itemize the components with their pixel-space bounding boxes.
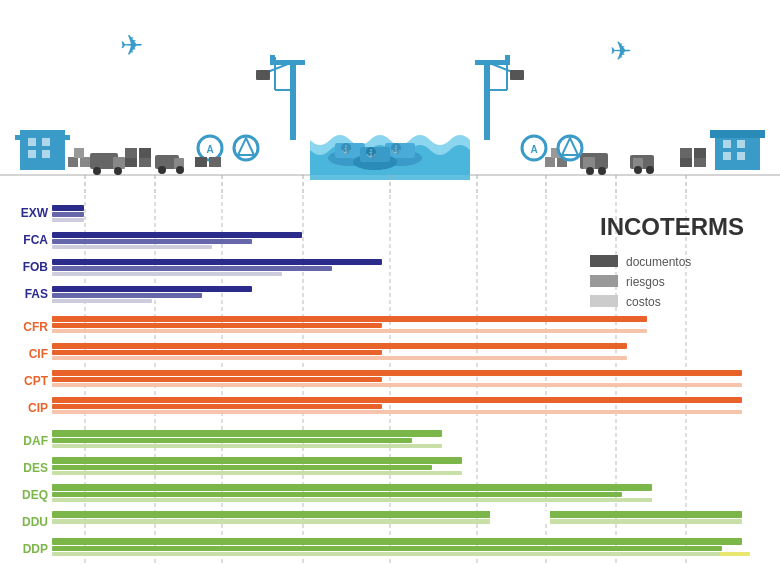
svg-rect-105 — [52, 232, 302, 238]
svg-rect-20 — [484, 60, 490, 140]
legend-costos: costos — [626, 295, 661, 309]
svg-point-49 — [158, 166, 166, 174]
svg-rect-142 — [52, 552, 742, 556]
legend-riesgos: riesgos — [626, 275, 665, 289]
main-container: ⚓ ⚓ ⚓ ✈ ✈ — [0, 0, 780, 565]
svg-rect-19 — [256, 70, 270, 80]
svg-point-59 — [586, 167, 594, 175]
svg-point-45 — [93, 167, 101, 175]
svg-rect-129 — [52, 457, 462, 464]
incoterms-chart: EXW FCA FOB FAS CFR CIF CPT — [0, 195, 780, 565]
svg-text:✈: ✈ — [120, 30, 143, 61]
svg-rect-74 — [139, 157, 151, 167]
svg-rect-140 — [52, 538, 742, 545]
svg-rect-104 — [52, 218, 84, 222]
svg-rect-78 — [209, 157, 221, 167]
svg-rect-126 — [52, 430, 442, 437]
label-ddu: DDU — [22, 515, 48, 529]
svg-rect-141 — [52, 546, 722, 551]
svg-point-64 — [646, 166, 654, 174]
svg-rect-40 — [737, 140, 745, 148]
svg-text:✈: ✈ — [610, 36, 632, 66]
svg-rect-38 — [710, 130, 765, 138]
svg-text:⚓: ⚓ — [366, 148, 376, 158]
svg-rect-52 — [68, 157, 78, 167]
svg-rect-121 — [52, 377, 382, 382]
svg-rect-113 — [52, 299, 152, 303]
svg-rect-128 — [52, 444, 442, 448]
svg-rect-111 — [52, 286, 252, 292]
legend-documentos: documentos — [626, 255, 691, 269]
svg-rect-132 — [52, 484, 652, 491]
svg-rect-123 — [52, 397, 742, 403]
svg-rect-138 — [52, 519, 742, 524]
svg-rect-34 — [42, 138, 50, 146]
label-fob: FOB — [23, 260, 49, 274]
svg-rect-116 — [52, 329, 647, 333]
svg-rect-41 — [723, 152, 731, 160]
svg-rect-127 — [52, 438, 412, 443]
svg-rect-131 — [52, 471, 462, 475]
label-daf: DAF — [23, 434, 48, 448]
svg-rect-103 — [52, 212, 84, 217]
svg-rect-112 — [52, 293, 202, 298]
svg-rect-122 — [52, 383, 742, 387]
svg-rect-33 — [28, 138, 36, 146]
label-fca: FCA — [23, 233, 48, 247]
svg-rect-82 — [694, 148, 706, 158]
svg-rect-13 — [290, 60, 296, 140]
svg-rect-37 — [715, 133, 760, 170]
svg-rect-26 — [510, 70, 524, 80]
svg-rect-81 — [680, 148, 692, 158]
label-ddp: DDP — [23, 542, 48, 556]
svg-point-46 — [114, 167, 122, 175]
svg-rect-130 — [52, 465, 432, 470]
svg-text:A: A — [530, 144, 537, 155]
legend-title: INCOTERMS — [600, 213, 744, 240]
svg-rect-118 — [52, 350, 382, 355]
svg-point-63 — [634, 166, 642, 174]
svg-rect-73 — [125, 157, 137, 167]
label-des: DES — [23, 461, 48, 475]
label-deq: DEQ — [22, 488, 48, 502]
svg-rect-51 — [80, 157, 90, 167]
svg-rect-76 — [139, 148, 151, 158]
svg-rect-108 — [52, 259, 382, 265]
svg-point-50 — [176, 166, 184, 174]
label-exw: EXW — [21, 206, 49, 220]
svg-rect-54 — [545, 157, 555, 167]
svg-rect-145 — [590, 275, 618, 287]
label-cfr: CFR — [23, 320, 48, 334]
svg-rect-107 — [52, 245, 212, 249]
label-cif: CIF — [29, 347, 48, 361]
svg-rect-125 — [52, 410, 742, 414]
label-fas: FAS — [25, 287, 48, 301]
svg-rect-137 — [550, 511, 742, 518]
svg-text:A: A — [206, 144, 213, 155]
illustration: ⚓ ⚓ ⚓ ✈ ✈ — [0, 0, 780, 195]
svg-rect-139 — [490, 519, 550, 524]
svg-rect-143 — [720, 552, 750, 556]
svg-point-60 — [598, 167, 606, 175]
svg-rect-36 — [42, 150, 50, 158]
svg-rect-42 — [737, 152, 745, 160]
svg-rect-115 — [52, 323, 382, 328]
svg-rect-35 — [28, 150, 36, 158]
svg-rect-124 — [52, 404, 382, 409]
svg-rect-102 — [52, 205, 84, 211]
svg-rect-133 — [52, 492, 622, 497]
svg-rect-79 — [680, 157, 692, 167]
label-cpt: CPT — [24, 374, 49, 388]
svg-rect-75 — [125, 148, 137, 158]
svg-text:⚓: ⚓ — [341, 144, 351, 154]
svg-rect-77 — [195, 157, 207, 167]
svg-rect-117 — [52, 343, 627, 349]
svg-rect-120 — [52, 370, 742, 376]
svg-rect-119 — [52, 356, 627, 360]
label-cip: CIP — [28, 401, 48, 415]
svg-rect-80 — [694, 157, 706, 167]
svg-rect-110 — [52, 272, 282, 276]
svg-rect-146 — [590, 295, 618, 307]
svg-rect-106 — [52, 239, 252, 244]
svg-rect-53 — [74, 148, 84, 158]
